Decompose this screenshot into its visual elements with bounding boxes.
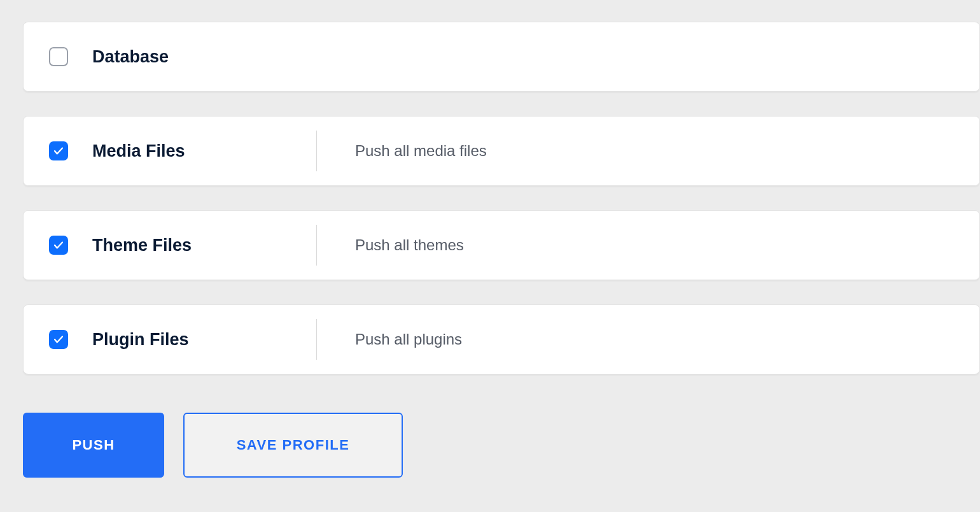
option-label: Theme Files: [92, 236, 192, 255]
checkbox-media-files[interactable]: [49, 141, 68, 160]
option-label: Media Files: [92, 141, 185, 161]
option-card-theme-files: Theme Files Push all themes: [23, 210, 980, 280]
checkbox-theme-files[interactable]: [49, 236, 68, 255]
divider: [316, 131, 317, 171]
divider: [316, 225, 317, 266]
option-left: Media Files: [49, 141, 316, 161]
option-card-database: Database: [23, 22, 980, 92]
button-row: Push Save Profile: [23, 413, 980, 478]
option-card-media-files: Media Files Push all media files: [23, 116, 980, 186]
option-card-plugin-files: Plugin Files Push all plugins: [23, 304, 980, 374]
save-profile-button[interactable]: Save Profile: [183, 413, 403, 478]
option-left: Theme Files: [49, 236, 316, 255]
check-icon: [53, 239, 64, 251]
option-left: Database: [49, 47, 316, 67]
push-button[interactable]: Push: [23, 413, 164, 478]
checkbox-plugin-files[interactable]: [49, 330, 68, 349]
option-description: Push all media files: [355, 142, 487, 160]
checkbox-database[interactable]: [49, 47, 68, 66]
check-icon: [53, 334, 64, 345]
option-description: Push all plugins: [355, 331, 462, 348]
divider: [316, 319, 317, 360]
check-icon: [53, 145, 64, 157]
option-left: Plugin Files: [49, 330, 316, 350]
option-label: Database: [92, 47, 169, 67]
option-label: Plugin Files: [92, 330, 189, 350]
option-description: Push all themes: [355, 236, 464, 254]
